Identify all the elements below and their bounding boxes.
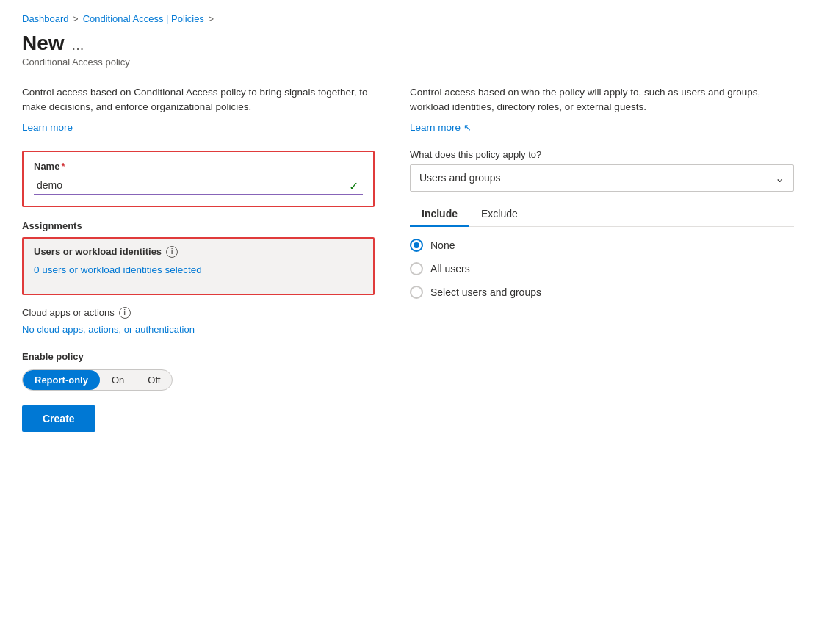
cloud-apps-info-icon[interactable]: i bbox=[119, 307, 131, 319]
radio-select-users-label: Select users and groups bbox=[430, 286, 541, 298]
radio-select-users-circle bbox=[410, 286, 423, 299]
assignments-label: Assignments bbox=[22, 220, 375, 231]
breadcrumb-sep-2: > bbox=[209, 14, 214, 24]
toggle-group: Report-only On Off bbox=[22, 369, 375, 391]
right-column: Control access based on who the policy w… bbox=[410, 85, 794, 432]
divider bbox=[34, 283, 363, 283]
left-learn-more-link[interactable]: Learn more bbox=[22, 122, 73, 133]
users-workload-title-text: Users or workload identities bbox=[34, 246, 162, 257]
radio-none[interactable]: None bbox=[410, 239, 794, 252]
enable-policy-label: Enable policy bbox=[22, 351, 375, 362]
page-title: New bbox=[22, 32, 65, 55]
toggle-off[interactable]: Off bbox=[136, 370, 172, 390]
create-button[interactable]: Create bbox=[22, 405, 95, 432]
cursor-icon: ↖ bbox=[463, 122, 472, 133]
tabs-row: Include Exclude bbox=[410, 202, 794, 227]
main-columns: Control access based on Conditional Acce… bbox=[22, 85, 794, 432]
cloud-apps-row: Cloud apps or actions i bbox=[22, 307, 375, 319]
policy-applies-dropdown[interactable]: Users and groups ⌄ bbox=[410, 164, 794, 192]
page-title-row: New ... bbox=[22, 32, 794, 55]
toggle-pill: Report-only On Off bbox=[22, 369, 173, 391]
users-workload-link[interactable]: 0 users or workload identities selected bbox=[34, 264, 202, 275]
name-input-wrapper: ✓ bbox=[34, 176, 363, 195]
radio-none-dot bbox=[414, 242, 419, 248]
radio-all-users-circle bbox=[410, 262, 423, 275]
info-icon[interactable]: i bbox=[166, 246, 178, 258]
breadcrumb-policies[interactable]: Conditional Access | Policies bbox=[83, 13, 204, 24]
tab-include[interactable]: Include bbox=[410, 202, 469, 227]
cloud-apps-label: Cloud apps or actions bbox=[22, 307, 115, 318]
tab-exclude[interactable]: Exclude bbox=[469, 202, 530, 226]
check-icon: ✓ bbox=[349, 178, 358, 192]
breadcrumb-sep-1: > bbox=[73, 14, 79, 24]
page-subtitle: Conditional Access policy bbox=[22, 57, 794, 68]
radio-group: None All users Select users and groups bbox=[410, 239, 794, 299]
radio-none-circle bbox=[410, 239, 423, 252]
left-column: Control access based on Conditional Acce… bbox=[22, 85, 375, 432]
left-description: Control access based on Conditional Acce… bbox=[22, 85, 375, 115]
toggle-report-only[interactable]: Report-only bbox=[23, 370, 100, 390]
cloud-apps-link[interactable]: No cloud apps, actions, or authenticatio… bbox=[22, 324, 195, 335]
right-learn-more-link[interactable]: Learn more ↖ bbox=[410, 122, 472, 133]
required-star: * bbox=[61, 161, 65, 172]
right-description: Control access based on who the policy w… bbox=[410, 85, 794, 115]
radio-select-users[interactable]: Select users and groups bbox=[410, 286, 794, 299]
radio-all-users-label: All users bbox=[430, 263, 470, 275]
breadcrumb-dashboard[interactable]: Dashboard bbox=[22, 13, 69, 24]
dropdown-value: Users and groups bbox=[419, 172, 501, 184]
users-workload-box: Users or workload identities i 0 users o… bbox=[22, 237, 375, 295]
dropdown-arrow-icon: ⌄ bbox=[775, 171, 784, 185]
radio-all-users[interactable]: All users bbox=[410, 262, 794, 275]
toggle-on[interactable]: On bbox=[100, 370, 136, 390]
radio-none-label: None bbox=[430, 239, 455, 251]
name-label: Name* bbox=[34, 161, 363, 172]
users-workload-title: Users or workload identities i bbox=[34, 246, 363, 258]
name-section: Name* ✓ bbox=[22, 151, 375, 207]
page-title-ellipsis[interactable]: ... bbox=[72, 37, 84, 54]
page-wrapper: Dashboard > Conditional Access | Policie… bbox=[0, 0, 816, 644]
name-input[interactable] bbox=[34, 176, 363, 195]
breadcrumb: Dashboard > Conditional Access | Policie… bbox=[22, 13, 794, 24]
applies-to-label: What does this policy apply to? bbox=[410, 149, 794, 160]
